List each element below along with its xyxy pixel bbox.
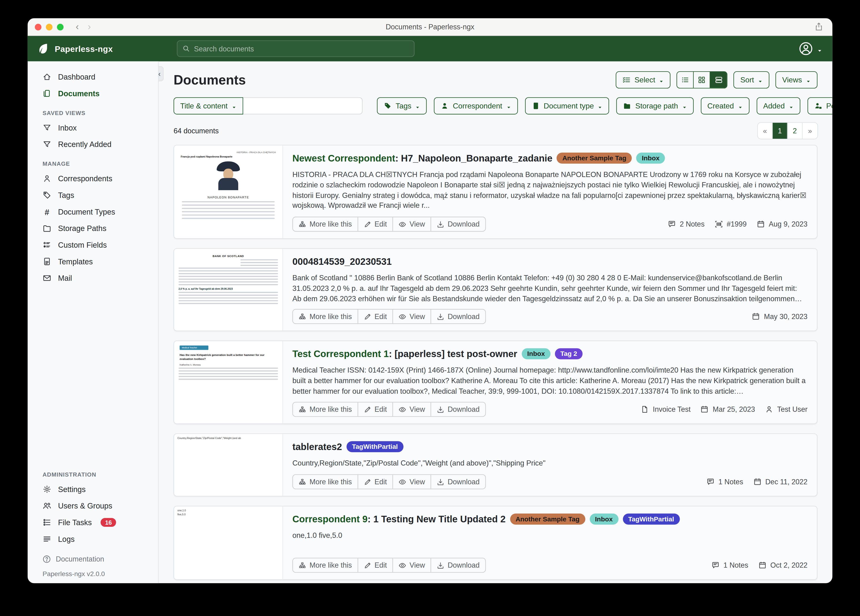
views-label: Views (782, 76, 802, 84)
caret-down-icon (789, 103, 794, 108)
view-detail-button[interactable] (711, 72, 727, 88)
document-card-body: 0004814539_20230531Bank of Scotland " 10… (283, 249, 817, 331)
permissions-filter-button[interactable]: Permissions (807, 97, 832, 114)
document-type-filter-button[interactable]: Document type (525, 97, 609, 114)
tag-pill[interactable]: TagWithPartial (347, 441, 403, 452)
tags-filter-button[interactable]: Tags (377, 97, 427, 114)
more-button[interactable]: More like this (293, 558, 358, 572)
more-button[interactable]: More like this (293, 217, 358, 231)
sidebar-item-dashboard[interactable]: Dashboard (28, 69, 158, 85)
sidebar-item-file-tasks[interactable]: File Tasks16 (28, 514, 158, 531)
edit-button[interactable]: Edit (358, 310, 393, 324)
fields-icon (42, 240, 52, 249)
created-filter-button[interactable]: Created (701, 97, 749, 114)
search-input[interactable] (194, 45, 409, 53)
app-header: Paperless-ngx (28, 36, 833, 61)
meta-label: Mar 25, 2023 (712, 405, 755, 413)
select-button[interactable]: Select (616, 71, 670, 88)
storage-path-filter-button[interactable]: Storage path (617, 97, 694, 114)
download-icon (436, 405, 444, 413)
sidebar-item-templates[interactable]: Templates (28, 253, 158, 270)
tagfill-icon (383, 102, 392, 110)
edit-button[interactable]: Edit (358, 217, 393, 231)
title-content-input[interactable] (243, 97, 363, 114)
view-button[interactable]: View (393, 217, 431, 231)
document-thumbnail[interactable]: Country,Region/State,"Zip/Postal Code","… (174, 434, 283, 496)
document-correspondent-link[interactable]: Test Correspondent 1 (292, 349, 389, 360)
download-button[interactable]: Download (431, 475, 485, 489)
sidebar-item-tags[interactable]: Tags (28, 187, 158, 204)
thumb-csv-line: one,1.0 (177, 509, 279, 513)
edit-button[interactable]: Edit (358, 475, 393, 489)
download-button[interactable]: Download (431, 217, 485, 231)
view-button[interactable]: View (393, 475, 431, 489)
document-title-link[interactable]: H7_Napoleon_Bonaparte_zadanie (401, 153, 552, 163)
sidebar-item-recently-added[interactable]: Recently Added (28, 136, 158, 152)
edit-button[interactable]: Edit (358, 402, 393, 416)
share-icon[interactable] (814, 22, 824, 31)
view-grid-button[interactable] (694, 72, 711, 88)
more-button[interactable]: More like this (293, 310, 358, 324)
document-thumbnail[interactable]: Medical TeacherHas the new Kirkpatrick g… (174, 341, 283, 423)
app-brand[interactable]: Paperless-ngx (37, 42, 113, 55)
sidebar-item-mail[interactable]: Mail (28, 270, 158, 286)
document-title-link[interactable]: 0004814539_20230531 (292, 256, 392, 267)
thumb-text-line (182, 204, 275, 206)
view-list-button[interactable] (677, 72, 694, 88)
sidebar-item-document-types[interactable]: #Document Types (28, 204, 158, 220)
more-button[interactable]: More like this (293, 475, 358, 489)
sidebar-item-correspondents[interactable]: Correspondents (28, 170, 158, 187)
document-thumbnail[interactable]: BANK OF SCOTLAND2,0 % p. a. auf Ihr Tage… (174, 249, 283, 331)
file-icon (640, 405, 649, 413)
tag-pill[interactable]: TagWithPartial (623, 514, 680, 525)
sidebar-item-documents[interactable]: Documents (28, 85, 158, 102)
caret-down-icon (738, 103, 743, 108)
download-button[interactable]: Download (431, 558, 485, 572)
document-title-link[interactable]: [paperless] test post-owner (395, 349, 517, 360)
view-button[interactable]: View (393, 310, 431, 324)
person-icon (765, 405, 773, 413)
tag-pill[interactable]: Inbox (589, 514, 618, 525)
sidebar-collapse-button[interactable]: « (159, 66, 163, 82)
more-button[interactable]: More like this (293, 402, 358, 416)
view-button[interactable]: View (393, 558, 431, 572)
tag-pill[interactable]: Inbox (522, 348, 551, 360)
tag-pill[interactable]: Another Sample Tag (557, 152, 632, 163)
added-filter-button[interactable]: Added (756, 97, 800, 114)
sidebar-item-inbox[interactable]: Inbox (28, 119, 158, 136)
views-button[interactable]: Views (775, 71, 817, 88)
pagination-last[interactable]: » (802, 123, 818, 139)
tag-pill[interactable]: Another Sample Tag (510, 514, 585, 525)
document-correspondent-link[interactable]: Correspondent 9 (292, 514, 367, 525)
document-thumbnail[interactable]: one,1.0five,5.0 (174, 506, 283, 579)
user-menu[interactable] (799, 42, 822, 56)
pagination-first[interactable]: « (758, 123, 773, 139)
files-icon (42, 89, 52, 98)
view-label: View (410, 405, 425, 413)
sidebar-item-storage-paths[interactable]: Storage Paths (28, 220, 158, 237)
documentation-link[interactable]: Documentation (42, 555, 143, 563)
document-title-link[interactable]: tablerates2 (292, 442, 342, 452)
sidebar-item-logs[interactable]: Logs (28, 531, 158, 547)
tag-pill[interactable]: Inbox (636, 152, 665, 163)
document-title-link[interactable]: 1 Testing New Title Updated 2 (373, 514, 505, 525)
download-button[interactable]: Download (431, 402, 485, 416)
title-content-dropdown[interactable]: Title & content (173, 97, 243, 114)
edit-button[interactable]: Edit (358, 558, 393, 572)
sort-button[interactable]: Sort (734, 71, 770, 88)
sidebar-item-settings[interactable]: Settings (28, 481, 158, 498)
global-search[interactable] (177, 40, 415, 57)
question-circle-icon (42, 555, 51, 563)
thumb-text-line (240, 262, 278, 263)
download-button[interactable]: Download (431, 310, 485, 324)
document-thumbnail[interactable]: HISTORIA - PRACA DLA CHĘTNYCHFrancja pod… (174, 145, 283, 238)
sidebar-item-users-groups[interactable]: Users & Groups (28, 497, 158, 514)
pagination-page-2[interactable]: 2 (788, 123, 803, 139)
sidebar-item-custom-fields[interactable]: Custom Fields (28, 237, 158, 253)
more-label: More like this (309, 561, 352, 569)
document-correspondent-link[interactable]: Newest Correspondent (292, 153, 395, 163)
view-button[interactable]: View (393, 402, 431, 416)
pagination-page-1[interactable]: 1 (773, 123, 788, 139)
tag-pill[interactable]: Tag 2 (555, 348, 583, 360)
correspondent-filter-button[interactable]: Correspondent (434, 97, 518, 114)
